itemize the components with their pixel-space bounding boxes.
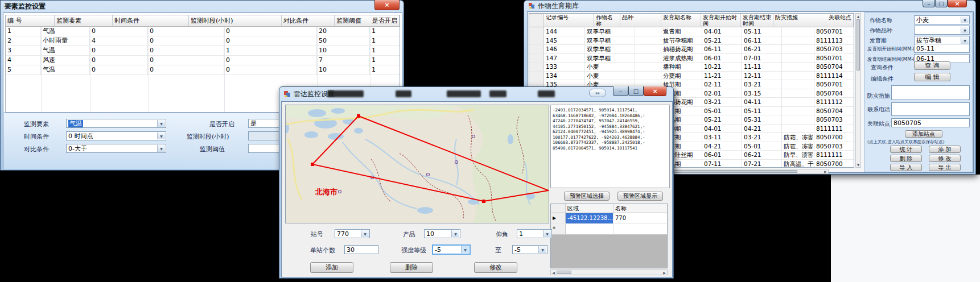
grid-horizontal-scrollbar[interactable]: ◀ ▶ [550,269,668,275]
scroll-left-icon[interactable]: ◀ [551,270,556,275]
cell-stage: 返青期 [661,27,702,36]
scrollbar-thumb[interactable] [857,19,860,70]
chevron-down-icon[interactable]: ▼ [361,230,369,237]
import-label: 导 入 [899,164,912,172]
station-input[interactable]: 8050705 [891,118,970,127]
column-header[interactable]: 监测要素 [55,15,113,26]
scroll-right-icon[interactable]: ▶ [662,270,667,275]
column-header[interactable]: 监测阈值 [335,15,370,26]
add-button[interactable]: 添加 [310,262,353,273]
station-count-input[interactable]: 30 [344,245,378,254]
modify-button[interactable]: 修改 [474,262,517,273]
compare-select[interactable]: 0-大于▼ [66,144,166,153]
crop-window-titlebar[interactable]: 作物生育期库 [524,0,976,11]
column-header[interactable]: 作物名称 [594,14,620,27]
coordinates-textarea[interactable]: -2491.0172034571, 905914.1117541, 63468.… [550,105,670,188]
time-cond-select[interactable]: 0 时间点▼ [66,131,166,140]
cell-record-id: 146 [544,45,585,53]
column-header[interactable]: 发育期结束时间 [741,14,773,27]
crop-name-select[interactable]: 小麦▼ [914,15,970,24]
area-select-button[interactable]: 预警区域选择 [564,192,610,201]
close-button[interactable]: × [374,0,400,10]
table-row[interactable]: 145 双季早稻 拔节孕穗期 05-21 06-11 8111113 [529,36,854,45]
column-header[interactable]: 是否开启 [370,15,400,26]
column-header[interactable]: 监测时段(小时) [189,15,282,26]
map-view[interactable]: 北海市 [285,105,549,223]
export-button[interactable]: 导 出 [929,164,961,171]
cell-measure [782,125,814,133]
table-row[interactable]: 4 风速 0 0 0 7 1 [6,56,400,65]
grid-new-row[interactable]: * [551,224,667,235]
column-header[interactable]: 发育期开始时间 [701,14,741,27]
area-show-button[interactable]: 预警区域显示 [617,192,663,201]
chevron-down-icon[interactable]: ▼ [157,120,165,127]
table-row[interactable]: 144 双季早稻 返青期 04-01 05-11 8050701 [529,27,854,36]
modify-button[interactable]: 修 改 [929,155,961,162]
table-row[interactable]: 5 气温 0 0 0 10 1 [6,65,400,75]
column-header[interactable]: 关联站点 [827,14,854,27]
compare-value: 0-大于 [68,145,87,152]
add-button[interactable]: 添 加 [929,146,961,153]
chevron-down-icon[interactable]: ▼ [961,16,969,23]
table-row[interactable]: 3 气温 0 0 1 10 1 [6,46,400,56]
cell-station: 8050703 [814,45,854,53]
delete-button[interactable]: 删除 [390,262,433,273]
close-button[interactable]: × [948,0,967,7]
maximize-button[interactable]: □ [628,86,644,96]
elevation-select[interactable]: 1▼ [517,229,552,238]
minimize-button[interactable]: – [923,0,935,7]
to-select[interactable]: -5▼ [512,245,547,254]
chevron-down-icon[interactable]: ▼ [451,230,459,237]
column-header[interactable]: 区域 [566,204,613,213]
edit-button[interactable]: 编 辑 [914,73,950,81]
vertical-scrollbar[interactable]: ▲ ▼ [855,13,861,168]
column-header[interactable]: 发育期名称 [661,14,701,27]
table-row[interactable]: 2 小时雨量 4 0 0 50 1 [6,36,400,46]
import-button[interactable]: 导 入 [890,164,922,171]
cell-area[interactable]: -45122.12238... [566,213,613,223]
stat-button[interactable]: 统 计 [890,146,922,153]
close-button[interactable]: × [644,86,666,96]
chevron-down-icon[interactable]: ▼ [961,37,969,44]
resize-pill-button[interactable]: ⇔ [589,89,606,97]
elements-window-titlebar[interactable]: 要素监控设置 [0,0,404,13]
scroll-up-icon[interactable]: ▲ [856,14,860,19]
measure-textarea[interactable] [891,85,970,100]
table-row[interactable]: 147 双季早稻 灌浆成熟期 06-01 07-01 8050701 [529,54,854,63]
table-row[interactable]: 146 双季早稻 抽穗扬花期 06-11 06-21 8050703 [529,45,854,54]
maximize-button[interactable]: □ [935,0,948,7]
station-no-select[interactable]: 770▼ [335,229,370,238]
phone-input[interactable] [891,102,970,116]
scroll-down-icon[interactable]: ▼ [856,162,860,167]
column-header[interactable]: 记录编号 [544,14,594,27]
table-row[interactable]: 1 气温 0 0 0 20 1 [6,27,400,36]
column-header[interactable]: 对比条件 [282,15,335,26]
column-header[interactable]: 名称 [613,204,667,213]
product-select[interactable]: 10▼ [424,229,460,238]
cell-measure [782,107,814,115]
chevron-down-icon[interactable]: ▼ [538,246,546,253]
intensity-select[interactable]: -5▼ [433,245,470,254]
column-header[interactable]: 编 号 [6,15,55,26]
chevron-down-icon[interactable]: ▼ [543,230,551,237]
chevron-down-icon[interactable]: ▼ [157,145,165,152]
chevron-down-icon[interactable]: ▼ [961,27,969,34]
grid-row[interactable]: ▶ -45122.12238... 770 [551,213,667,224]
scrollbar-thumb[interactable] [557,271,571,274]
chevron-down-icon[interactable]: ▼ [461,246,469,253]
variety-select[interactable]: ▼ [914,26,970,35]
chevron-down-icon[interactable]: ▼ [157,132,165,139]
table-row[interactable]: 133 小麦 播种期 10-21 11-11 8050704 [529,63,854,72]
scroll-right-icon[interactable]: ▶ [823,169,828,173]
table-row[interactable]: 134 小麦 分蘖期 11-21 12-11 8111114 [529,72,854,81]
start-date-input[interactable]: 05-11 [914,44,970,53]
delete-button[interactable]: 删 除 [890,155,922,162]
column-header[interactable]: 防灾措施 [773,14,827,27]
query-button[interactable]: 查 询 [914,61,950,70]
column-header[interactable]: 品种 [620,14,661,27]
area-grid: 区域 名称 ▶ -45122.12238... 770 * [550,204,668,268]
column-header[interactable]: 时间条件 [113,15,189,26]
add-station-button[interactable]: 添加站点 [905,130,942,138]
minimize-button[interactable]: – [613,86,628,96]
element-select[interactable]: 气温▼ [66,119,166,128]
